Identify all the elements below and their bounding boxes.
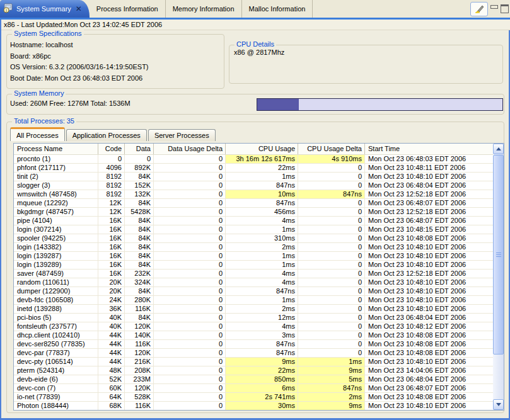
table-row[interactable]: fontsleuth (237577) 40K 120K 0 4ms 0 Mon… [14,322,494,331]
tab-system-summary[interactable]: i System Summary ✕ [0,0,90,18]
table-row[interactable]: devb-eide (6) 52K 233M 0 850ms 5ms Mon O… [14,375,494,384]
cell-cpu-usage-delta: 0 [298,314,365,322]
cell-start-time: Mon Oct 23 06:48:07 EDT 2006 [365,217,494,225]
tab-server-processes[interactable]: Server Processes [148,129,216,141]
scroll-down-button[interactable] [493,399,504,410]
column-header-cpu-usage[interactable]: CPU Usage [226,144,298,154]
table-row[interactable]: dhcp.client (102410) 44K 140K 0 3ms 0 Mo… [14,331,494,340]
cell-data: 528K [125,393,154,402]
cell-cpu-usage-delta: 1ms [298,358,365,366]
table-row[interactable]: pci-bios (5) 40K 84K 0 12ms 0 Mon Oct 23… [14,314,494,322]
cell-process-name: slogger (3) [14,181,98,190]
column-header-cpu-usage-delta[interactable]: CPU Usage Delta [298,144,365,154]
column-header-data[interactable]: Data [125,144,154,154]
scrollbar-grip-icon [496,253,501,258]
table-row[interactable]: slogger (3) 8192 152K 0 847ns 0 Mon Oct … [14,181,494,190]
close-icon[interactable]: ✕ [74,4,83,13]
cell-process-name: pipe (4104) [14,217,98,225]
cell-process-name: bkgdmgr (487457) [14,208,98,217]
column-header-process-name[interactable]: Process Name [14,144,98,154]
cell-code: 8192 [98,181,125,190]
table-row[interactable]: login (143382) 16K 84K 0 2ms 0 Mon Oct 2… [14,243,494,252]
table-row[interactable]: pterm (524314) 48K 208K 0 22ms 9ms Mon O… [14,366,494,375]
cell-data-usage-delta: 0 [154,393,226,402]
cpu-description: x86 @ 2817Mhz [234,48,502,56]
tab-process-information[interactable]: Process Information [90,0,166,18]
cell-cpu-usage: 850ms [226,375,298,384]
cell-code: 16K [98,252,125,261]
cell-process-name: devc-pty (106514) [14,358,98,366]
cell-start-time: Mon Oct 23 10:48:10 EDT 2006 [365,358,494,366]
table-row[interactable]: inetd (139288) 36K 116K 0 2ms 0 Mon Oct … [14,305,494,314]
table-row[interactable]: pipe (4104) 16K 84K 0 4ms 0 Mon Oct 23 0… [14,217,494,225]
table-row[interactable]: phfont (217117) 4096 892K 0 22ms 0 Mon O… [14,164,494,173]
cell-start-time: Mon Oct 23 10:48:10 EDT 2006 [365,402,494,411]
cell-process-name: io-net (77839) [14,393,98,402]
table-row[interactable]: spooler (94225) 16K 84K 0 310ms 0 Mon Oc… [14,234,494,243]
cell-cpu-usage-delta: 0 [298,164,365,173]
cell-code: 8192 [98,190,125,199]
table-row[interactable]: tinit (2) 8192 84K 0 1ms 0 Mon Oct 23 10… [14,173,494,181]
cell-code: 44K [98,349,125,358]
table-row[interactable]: devc-con (7) 60K 120K 0 6ms 847ns Mon Oc… [14,384,494,393]
tab-memory-information[interactable]: Memory Information [166,0,242,18]
cell-cpu-usage-delta: 0 [298,340,365,349]
last-updated-line: x86 - Last Updated:Mon Oct 23 14:02:45 E… [1,20,510,30]
table-row[interactable]: login (307214) 16K 84K 0 1ms 0 Mon Oct 2… [14,225,494,234]
table-row[interactable]: login (139287) 16K 84K 0 1ms 0 Mon Oct 2… [14,252,494,261]
cell-cpu-usage-delta: 847ns [298,190,365,199]
cell-cpu-usage-delta: 0 [298,217,365,225]
cell-data: 132K [125,190,154,199]
table-row[interactable]: io-net (77839) 64K 528K 0 2s 741ms 2ms M… [14,393,494,402]
cell-start-time: Mon Oct 23 10:48:10 EDT 2006 [365,278,494,287]
system-summary-icon: i [3,3,13,14]
highlight-pen-button[interactable] [470,2,488,16]
group-title: CPU Details [235,40,276,48]
column-header-start-time[interactable]: Start Time [365,144,494,154]
table-row[interactable]: devc-pty (106514) 44K 216K 0 9ms 1ms Mon… [14,358,494,366]
cell-cpu-usage: 456ms [226,208,298,217]
table-row[interactable]: wmswitch (487458) 8192 132K 0 10ms 847ns… [14,190,494,199]
table-row[interactable]: procnto (1) 0 0 0 3h 16m 12s 617ms 4s 91… [14,155,494,164]
minimize-button[interactable] [490,2,498,16]
table-row[interactable]: devc-ser8250 (77835) 44K 116K 0 847ns 0 … [14,340,494,349]
cell-process-name: devc-ser8250 (77835) [14,340,98,349]
cell-data: 84K [125,217,154,225]
cell-data-usage-delta: 0 [154,217,226,225]
table-row[interactable]: devb-fdc (106508) 24K 280K 0 1ms 0 Mon O… [14,296,494,305]
table-row[interactable]: login (139289) 16K 84K 0 1ms 0 Mon Oct 2… [14,261,494,270]
cell-data-usage-delta: 0 [154,296,226,305]
cell-start-time: Mon Oct 23 06:48:03 EDT 2006 [365,155,494,164]
cell-code: 20K [98,278,125,287]
cell-data-usage-delta: 0 [154,322,226,331]
cell-start-time: Mon Oct 23 10:48:11 EDT 2006 [365,164,494,173]
table-row[interactable]: random (110611) 20K 324K 0 4ms 0 Mon Oct… [14,278,494,287]
tab-malloc-information[interactable]: Malloc Information [242,0,313,18]
cell-cpu-usage-delta: 0 [298,173,365,181]
cell-cpu-usage: 1ms [226,261,298,270]
cell-process-name: devb-fdc (106508) [14,296,98,305]
table-row[interactable]: saver (487459) 16K 232K 0 4ms 0 Mon Oct … [14,270,494,278]
table-row[interactable]: Photon (188444) 68K 116K 0 30ms 9ms Mon … [14,402,494,411]
scrollbar-thumb[interactable] [493,155,504,355]
cell-data: 892K [125,164,154,173]
table-row[interactable]: devc-par (77837) 44K 120K 0 847ns 0 Mon … [14,349,494,358]
column-header-data-usage-delta[interactable]: Data Usage Delta [154,144,226,154]
tab-label: Process Information [96,5,158,13]
cell-process-name: random (110611) [14,278,98,287]
cell-code: 48K [98,366,125,375]
tab-label: All Processes [16,132,59,139]
maximize-button[interactable] [501,2,509,16]
column-header-code[interactable]: Code [98,144,125,154]
vertical-scrollbar[interactable] [493,144,504,410]
tab-all-processes[interactable]: All Processes [10,127,65,141]
table-row[interactable]: dumper (122900) 20K 84K 0 847ns 0 Mon Oc… [14,287,494,296]
cell-process-name: login (143382) [14,243,98,252]
cell-data: 84K [125,173,154,181]
tab-bar-spacer [313,0,469,18]
table-row[interactable]: bkgdmgr (487457) 12K 5428K 0 456ms 0 Mon… [14,208,494,217]
table-row[interactable]: mqueue (12292) 12K 84K 0 847ns 0 Mon Oct… [14,199,494,208]
cell-data-usage-delta: 0 [154,331,226,340]
scroll-up-button[interactable] [493,144,504,154]
tab-application-processes[interactable]: Application Processes [66,129,147,141]
